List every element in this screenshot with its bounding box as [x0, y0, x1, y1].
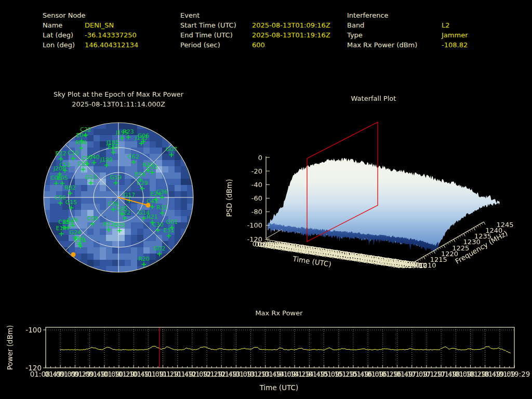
satellite-cross-C14: [78, 244, 83, 249]
satellite-cross-C50: [58, 201, 63, 206]
satellite-label-R11: R11: [156, 204, 168, 211]
satellite-cross-R04: [79, 146, 84, 151]
app-root: Sensor NodeNameDENI_SNLat (deg)-36.14333…: [0, 0, 532, 399]
freq-minor-tick: [456, 238, 457, 240]
freq-tick: [444, 245, 445, 248]
satellite-cross-G07: [169, 153, 174, 157]
satellite-label-C30: C30: [152, 221, 164, 228]
satellite-cross-E05: [60, 181, 65, 186]
satellite-label-R23: R23: [123, 128, 134, 135]
power-y-axis-label: Power (dBm): [6, 325, 14, 370]
freq-minor-tick: [476, 227, 477, 228]
satellite-label-C09: C09: [87, 215, 98, 222]
satellite-cross-J199: [104, 163, 109, 168]
satellite-label-E31: E31: [164, 227, 175, 234]
freq-minor-tick: [442, 246, 443, 248]
satellite-label-C33: C33: [147, 164, 158, 170]
satellite-cross-G13: [89, 181, 94, 185]
freq-tick: [454, 239, 455, 242]
satellite-cross-J195: [120, 136, 125, 141]
satellite-cross-E14: [59, 232, 64, 236]
satellite-cross-C62: [131, 160, 136, 165]
interference-pointer-line: [118, 197, 148, 205]
freq-minor-tick: [446, 244, 447, 245]
freq-minor-tick: [468, 231, 469, 233]
freq-minor-tick: [448, 243, 449, 244]
satellite-cross-G22: [123, 216, 127, 221]
freq-minor-tick: [432, 252, 433, 254]
satellite-cross-C30: [156, 228, 161, 233]
z-tick-label: -80: [251, 208, 262, 216]
freq-minor-tick: [437, 248, 438, 250]
satellite-label-G22: G22: [119, 209, 131, 216]
satellite-label-C10: C10: [68, 150, 79, 156]
satellite-label-R04: R04: [75, 139, 87, 146]
satellite-label-E03: E03: [114, 222, 125, 229]
satellite-label-C03: C03: [77, 161, 89, 167]
freq-minor-tick: [430, 253, 431, 255]
figure-canvas: Sky Plot at the Epoch of Max Rx Power 20…: [0, 0, 532, 399]
max-rx-power-line: [60, 346, 511, 353]
freq-minor-tick: [482, 223, 483, 224]
satellite-label-C50: C50: [55, 194, 66, 201]
freq-tick: [463, 233, 465, 236]
power-plot-grid: [46, 327, 514, 368]
satellite-label-R12: R12: [103, 221, 114, 228]
freq-tick-label: 1245: [496, 221, 513, 229]
freq-minor-tick: [470, 230, 471, 232]
satellite-label-E22: E22: [56, 150, 66, 157]
satellite-label-R21: R21: [147, 214, 158, 220]
satellite-label-R20: R20: [138, 256, 150, 262]
satellite-cross-G02: [157, 252, 162, 257]
interference-dot: [146, 203, 151, 208]
satellite-cross-C29: [140, 187, 145, 191]
freq-minor-tick: [477, 225, 478, 227]
satellite-label-E24: E24: [151, 191, 162, 197]
z-tick-label: 0: [258, 154, 262, 162]
satellite-label-E05: E05: [57, 175, 68, 181]
satellite-cross-C10: [71, 156, 76, 161]
satellite-cross-C09: [90, 222, 95, 227]
power-plot-title: Max Rx Power: [255, 309, 303, 317]
satellite-label-E04: E04: [76, 132, 87, 139]
power-series: [60, 327, 511, 368]
z-tick-label: -60: [251, 194, 262, 202]
satellite-cross-J193: [139, 141, 144, 146]
freq-minor-tick: [480, 224, 481, 225]
freq-tick: [474, 228, 475, 230]
satellite-markers: C22E04R04J195R23J185E15J193G06E22C10C07C…: [50, 126, 178, 267]
satellite-label-E16: E16: [135, 171, 146, 178]
waterfall-z-axis-label: PSD (dBm): [225, 179, 233, 217]
sky-plot-subtitle: 2025-08-13T01:11:14.000Z: [72, 100, 165, 108]
satellite-cross-C39: [111, 207, 116, 212]
interference-dot: [71, 252, 76, 257]
satellite-cross-E31: [167, 234, 171, 238]
satellite-label-C29: C29: [137, 180, 148, 187]
z-tick-label: -20: [251, 167, 262, 175]
plot-border: [46, 327, 514, 368]
satellite-label-C40: C40: [88, 154, 100, 161]
freq-minor-tick: [449, 242, 450, 243]
y-tick-label: -120: [25, 364, 42, 372]
freq-tick: [423, 257, 425, 259]
y-tick-label: -100: [25, 326, 42, 334]
satellite-cross-E22: [59, 157, 63, 162]
satellite-label-G13: G13: [85, 174, 97, 181]
satellite-label-R02: R02: [64, 184, 76, 191]
satellite-label-G19: G19: [110, 174, 122, 181]
power-plot: Max Rx Power 01:08:4901:09:0901:09:2901:…: [6, 309, 530, 392]
satellite-label-E14: E14: [56, 225, 67, 232]
satellite-label-C14: C14: [75, 237, 86, 244]
freq-minor-tick: [440, 247, 441, 249]
waterfall-plot: Waterfall Plot 0-20-40-60-80-100-12001:0…: [225, 95, 514, 270]
satellite-label-E15: E15: [108, 143, 119, 150]
satellite-cross-C43: [150, 205, 155, 209]
satellite-label-J200: J200: [53, 165, 66, 172]
satellite-cross-G14: [142, 216, 147, 221]
waterfall-title: Waterfall Plot: [351, 95, 396, 102]
x-tick-label: 01:19:29: [499, 370, 530, 378]
satellite-label-G06: G06: [138, 132, 150, 139]
satellite-cross-R12: [107, 228, 111, 232]
satellite-label-G15: G15: [65, 199, 77, 206]
satellite-cross-E03: [117, 229, 122, 233]
